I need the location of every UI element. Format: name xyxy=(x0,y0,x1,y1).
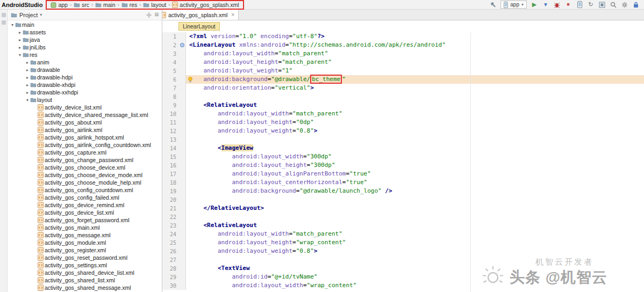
tree-item[interactable]: activity_gos_choose_module_help.xml xyxy=(8,179,162,186)
collapse-panel-icon[interactable]: ⊟ xyxy=(154,12,159,17)
editor-gutter[interactable]: 4 xyxy=(162,58,186,67)
debug-icon[interactable] xyxy=(553,1,561,9)
code-line[interactable]: 9 <RelativeLayout xyxy=(162,101,644,110)
tree-chevron-icon[interactable]: ▸ xyxy=(17,45,23,50)
code-line[interactable]: 22 xyxy=(162,213,644,221)
close-icon[interactable]: × xyxy=(231,12,234,18)
tree-item[interactable]: ▸assets xyxy=(8,28,162,36)
project-stripe-icon[interactable] xyxy=(2,13,6,17)
xml-node-breadcrumb[interactable]: LinearLayout xyxy=(178,22,220,31)
breadcrumb-item[interactable]: activity_gos_splash.xml xyxy=(171,2,240,8)
code-line[interactable]: 3 android:layout_width="match_parent" xyxy=(162,49,644,58)
editor-gutter[interactable]: 20 xyxy=(162,195,186,204)
tree-item[interactable]: activity_gos_main.xml xyxy=(8,224,162,231)
tree-item[interactable]: activity_gos_capture.xml xyxy=(8,149,162,156)
tree-chevron-icon[interactable]: ▾ xyxy=(25,98,30,103)
tree-chevron-icon[interactable]: ▸ xyxy=(25,83,30,87)
apply-changes-icon[interactable]: ▼ xyxy=(542,1,549,9)
tree-item[interactable]: activity_gos_settings.xml xyxy=(8,261,162,269)
sdk-manager-icon[interactable] xyxy=(598,1,606,9)
code-line[interactable]: 25 android:layout_height="wrap_content" xyxy=(162,238,644,247)
tree-item[interactable]: ▾res xyxy=(8,51,162,59)
editor-gutter[interactable]: 2 xyxy=(162,41,186,49)
tree-chevron-icon[interactable]: ▸ xyxy=(17,30,23,35)
tree-item[interactable]: ▸java xyxy=(8,36,162,43)
editor-gutter[interactable]: 14 xyxy=(162,144,186,152)
code-line[interactable]: 13 xyxy=(162,135,644,144)
editor-gutter[interactable]: 9 xyxy=(162,101,186,110)
code-line[interactable]: 16 android:layout_height="300dp" xyxy=(162,161,644,170)
editor-gutter[interactable]: 25 xyxy=(162,238,186,247)
tree-item[interactable]: ▾main xyxy=(8,21,162,28)
lock-icon[interactable] xyxy=(632,1,640,9)
tree-item[interactable]: ▸jniLibs xyxy=(8,43,162,51)
gutter-marker-icon[interactable] xyxy=(180,43,184,47)
editor-gutter[interactable]: 15 xyxy=(162,152,186,161)
tree-item[interactable]: activity_gos_shared_device_list.xml xyxy=(8,269,162,276)
intention-bulb-icon[interactable] xyxy=(188,77,193,83)
code-line[interactable]: 15 android:layout_width="300dp" xyxy=(162,152,644,161)
editor-gutter[interactable]: 30 xyxy=(162,281,186,290)
code-line[interactable]: 5 android:layout_weight="1" xyxy=(162,67,644,75)
editor-gutter[interactable]: 21 xyxy=(162,204,186,213)
stop-icon[interactable]: ■ xyxy=(564,1,572,9)
tree-item[interactable]: activity_gos_config_countdown.xml xyxy=(8,186,162,194)
editor-gutter[interactable]: 23 xyxy=(162,221,186,230)
editor-gutter[interactable]: 16 xyxy=(162,161,186,170)
tree-chevron-icon[interactable]: ▸ xyxy=(25,90,30,95)
tree-item[interactable]: ▸drawable-xxhdpi xyxy=(8,89,162,96)
tree-item[interactable]: ▾layout xyxy=(8,96,162,104)
editor-gutter[interactable]: 24 xyxy=(162,230,186,238)
code-line[interactable]: 19 android:background="@drawable/launch_… xyxy=(162,187,644,195)
code-line[interactable]: 8 xyxy=(162,92,644,101)
run-config-select[interactable]: app ▾ xyxy=(500,1,527,9)
editor-gutter[interactable]: 19 xyxy=(162,187,186,195)
breadcrumb-item[interactable]: main xyxy=(94,2,117,8)
editor-gutter[interactable]: 27 xyxy=(162,256,186,264)
tree-item[interactable]: activity_gos_reset_password.xml xyxy=(8,254,162,261)
tree-item[interactable]: activity_gos_change_password.xml xyxy=(8,156,162,164)
editor-gutter[interactable]: 10 xyxy=(162,110,186,118)
sync-icon[interactable]: ↻ xyxy=(587,1,595,9)
run-icon[interactable]: ▶ xyxy=(531,1,538,9)
editor-gutter[interactable]: 17 xyxy=(162,170,186,178)
code-line[interactable]: 11 android:layout_height="0dp" xyxy=(162,118,644,127)
editor-gutter[interactable]: 7 xyxy=(162,84,186,92)
code-line[interactable]: 12 android:layout_weight="0.8"> xyxy=(162,127,644,135)
project-scope-select[interactable]: Project xyxy=(19,12,38,18)
code-line[interactable]: 10 android:layout_width="match_parent" xyxy=(162,110,644,118)
tree-item[interactable]: activity_gos_module.xml xyxy=(8,239,162,246)
tree-item[interactable]: activity_gos_device_list.xml xyxy=(8,209,162,216)
code-line[interactable]: 21 </RelativeLayout> xyxy=(162,204,644,213)
editor-gutter[interactable]: 26 xyxy=(162,247,186,256)
tree-item[interactable]: activity_device_shared_message_list.xml xyxy=(8,111,162,119)
editor-gutter[interactable]: 29 xyxy=(162,273,186,281)
tree-item[interactable]: activity_gos_device_remind.xml xyxy=(8,201,162,209)
tree-item[interactable]: ▸drawable-hdpi xyxy=(8,74,162,81)
editor-gutter[interactable]: 3 xyxy=(162,49,186,58)
avd-manager-icon[interactable] xyxy=(576,1,583,9)
code-line[interactable]: 2<LinearLayout xmlns:android="http://sch… xyxy=(162,41,644,49)
editor-gutter[interactable]: 12 xyxy=(162,127,186,135)
breadcrumb-item[interactable]: app xyxy=(49,2,69,8)
tree-item[interactable]: activity_device_list.xml xyxy=(8,104,162,111)
code-line[interactable]: 7 android:orientation="vertical"> xyxy=(162,84,644,92)
code-line[interactable]: 26 android:layout_weight="0.8"> xyxy=(162,247,644,256)
code-line[interactable]: 4 android:layout_height="match_parent" xyxy=(162,58,644,67)
editor-gutter[interactable]: 6 xyxy=(162,75,186,84)
code-line[interactable]: 17 android:layout_alignParentBottom="tru… xyxy=(162,170,644,178)
panel-settings-gear-icon[interactable] xyxy=(146,12,152,18)
editor-gutter[interactable]: 18 xyxy=(162,178,186,187)
tree-chevron-icon[interactable]: ▾ xyxy=(10,23,15,27)
editor-tab[interactable]: activity_gos_splash.xml × xyxy=(156,9,239,20)
tree-item[interactable]: activity_gos_airlink_hotspot.xml xyxy=(8,134,162,141)
tree-item[interactable]: activity_gos_choose_device_mode.xml xyxy=(8,171,162,179)
code-line[interactable]: 23 <RelativeLayout xyxy=(162,221,644,230)
search-icon[interactable] xyxy=(610,1,617,9)
editor-gutter[interactable]: 8 xyxy=(162,92,186,101)
breadcrumb-item[interactable]: src xyxy=(73,2,90,8)
tree-item[interactable]: activity_gos_message.xml xyxy=(8,231,162,239)
editor-gutter[interactable]: 13 xyxy=(162,135,186,144)
editor-gutter[interactable]: 5 xyxy=(162,67,186,75)
tree-item[interactable]: activity_gos_shared_message.xml xyxy=(8,284,162,291)
